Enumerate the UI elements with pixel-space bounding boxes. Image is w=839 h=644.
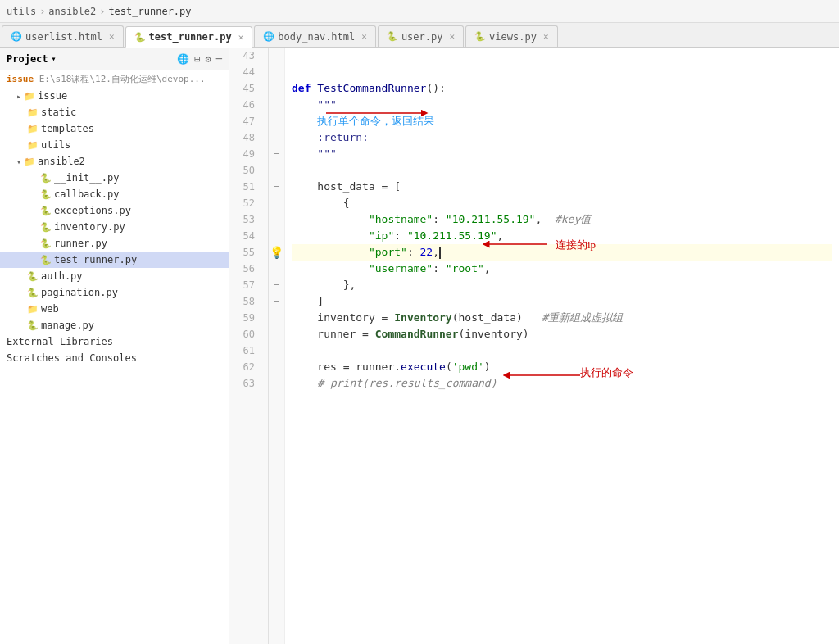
py-file-icon: 🐍 [39,204,52,217]
sidebar-item-web[interactable]: 📁 web [0,301,229,317]
tab-body-nav[interactable]: 🌐 body_nav.html ✕ [254,25,376,47]
sidebar-item-label: templates [41,123,94,134]
sidebar-item-exceptions[interactable]: 🐍 exceptions.py [0,202,229,219]
py-file-icon: 🐍 [39,253,52,266]
code-line-57: }, [292,277,832,293]
code-line-63: # print(res.results_command) [292,375,832,392]
dropdown-icon[interactable]: ▾ [52,54,57,63]
code-line-45: def TestCommandRunner(): [292,80,832,97]
sidebar-item-label: exceptions.py [54,205,131,216]
editor-area[interactable]: 43 44 45 46 47 48 49 50 51 52 53 54 55 5… [229,48,839,644]
sidebar-item-label: pagination.py [41,287,118,298]
breadcrumb: utils › ansible2 › test_runner.py [0,0,839,23]
code-line-51: host_data = [ [292,179,832,195]
code-line-61 [292,342,832,359]
breadcrumb-file: test_runner.py [108,6,191,17]
tab-bar: 🌐 userlist.html ✕ 🐍 test_runner.py ✕ 🌐 b… [0,23,839,48]
sidebar-item-label: __init__.py [54,172,119,184]
sidebar-item-external-libraries[interactable]: External Libraries [0,333,229,350]
sidebar-item-inventory[interactable]: 🐍 inventory.py [0,219,229,235]
py-icon: 🐍 [474,31,486,42]
expand-icon: ▾ [16,157,21,166]
fold-marker[interactable]: ─ [269,80,284,97]
sidebar-title: Project [7,53,48,65]
code-line-60: runner = CommandRunner(inventory) [292,326,832,342]
sidebar-item-auth[interactable]: 🐍 auth.py [0,268,229,284]
sidebar-item-label: ansible2 [38,156,85,167]
sidebar: Project ▾ 🌐 ⊞ ⚙ ─ issue E:\s18课程\12.自动化运… [0,48,229,644]
fold-marker[interactable]: ─ [269,146,284,162]
code-line-53: "hostname": "10.211.55.19", #key值 [292,211,832,228]
bulb-cell[interactable]: 💡 [269,244,284,261]
close-icon[interactable]: ✕ [449,31,455,42]
project-root-label: issue E:\s18课程\12.自动化运维\devop... [0,70,229,88]
gear-icon[interactable]: ⚙ [206,53,211,65]
sidebar-item-label: static [41,107,76,118]
py-icon: 🐍 [134,32,146,43]
sidebar-item-label: issue [38,90,67,102]
sidebar-item-utils[interactable]: 📁 utils [0,137,229,153]
tab-test-runner[interactable]: 🐍 test_runner.py ✕ [125,26,253,48]
html-icon: 🌐 [11,31,22,42]
sidebar-item-label: runner.py [54,238,107,249]
expand-icon: ▸ [16,92,21,101]
code-line-58: ] [292,293,832,310]
sidebar-item-callback[interactable]: 🐍 callback.py [0,186,229,202]
code-line-44 [292,64,832,80]
code-line-52: { [292,195,832,211]
code-line-47: 执行单个命令，返回结果 [292,113,832,129]
folder-icon: 📁 [26,302,39,315]
py-icon: 🐍 [387,31,398,42]
sidebar-item-label: inventory.py [54,221,125,233]
sidebar-item-init[interactable]: 🐍 __init__.py [0,170,229,186]
py-file-icon: 🐍 [39,237,52,250]
line-numbers: 43 44 45 46 47 48 49 50 51 52 53 54 55 5… [229,48,269,644]
code-line-56: "username": "root", [292,261,832,277]
breadcrumb-ansible2[interactable]: ansible2 [48,6,96,17]
py-file-icon: 🐍 [26,270,39,283]
sidebar-item-ansible2[interactable]: ▾ 📁 ansible2 [0,153,229,170]
sidebar-item-issue[interactable]: ▸ 📁 issue [0,88,229,104]
code-line-50 [292,162,832,179]
close-icon[interactable]: ✕ [238,32,244,43]
code-container: 43 44 45 46 47 48 49 50 51 52 53 54 55 5… [229,48,839,644]
fold-marker[interactable]: ─ [269,277,284,293]
tab-views[interactable]: 🐍 views.py ✕ [465,25,557,47]
code-line-48: :return: [292,129,832,146]
folder-icon: 📁 [26,106,39,119]
tab-userlist[interactable]: 🌐 userlist.html ✕ [2,25,124,47]
sidebar-item-scratches[interactable]: Scratches and Consoles [0,350,229,366]
code-lines[interactable]: def TestCommandRunner(): """ 执行单个命令，返回结果… [285,48,839,392]
code-line-49: """ [292,146,832,162]
code-line-43 [292,48,832,64]
code-gutter: ─ ─ ─ 💡 ─ ─ [269,48,285,644]
fold-marker[interactable]: ─ [269,293,284,310]
breadcrumb-utils[interactable]: utils [7,6,36,17]
fold-marker[interactable]: ─ [269,179,284,195]
code-line-54: "ip": "10.211.55.19", [292,228,832,244]
layout-icon[interactable]: ⊞ [194,53,200,65]
sidebar-item-pagination[interactable]: 🐍 pagination.py [0,284,229,301]
folder-icon: 📁 [26,138,39,152]
sidebar-item-label: manage.py [41,320,94,331]
sidebar-item-runner[interactable]: 🐍 runner.py [0,235,229,252]
folder-icon: 📁 [26,122,39,135]
globe-icon[interactable]: 🌐 [177,53,189,65]
sidebar-item-templates[interactable]: 📁 templates [0,120,229,137]
folder-icon: 📁 [23,155,36,168]
code-line-46: """ [292,97,832,113]
close-icon[interactable]: ✕ [109,31,115,42]
sidebar-item-label: web [41,303,59,315]
code-line-55: "port": 22, [292,244,832,261]
tab-user[interactable]: 🐍 user.py ✕ [378,25,464,47]
sidebar-header: Project ▾ 🌐 ⊞ ⚙ ─ [0,48,229,70]
sidebar-item-test-runner[interactable]: 🐍 test_runner.py [0,252,229,268]
py-file-icon: 🐍 [39,171,52,184]
minimize-icon[interactable]: ─ [216,53,222,65]
close-icon[interactable]: ✕ [361,31,367,42]
sidebar-item-static[interactable]: 📁 static [0,104,229,120]
sidebar-item-label: callback.py [54,188,119,200]
sidebar-item-label: utils [41,139,70,151]
close-icon[interactable]: ✕ [543,31,549,42]
sidebar-item-manage[interactable]: 🐍 manage.py [0,317,229,333]
